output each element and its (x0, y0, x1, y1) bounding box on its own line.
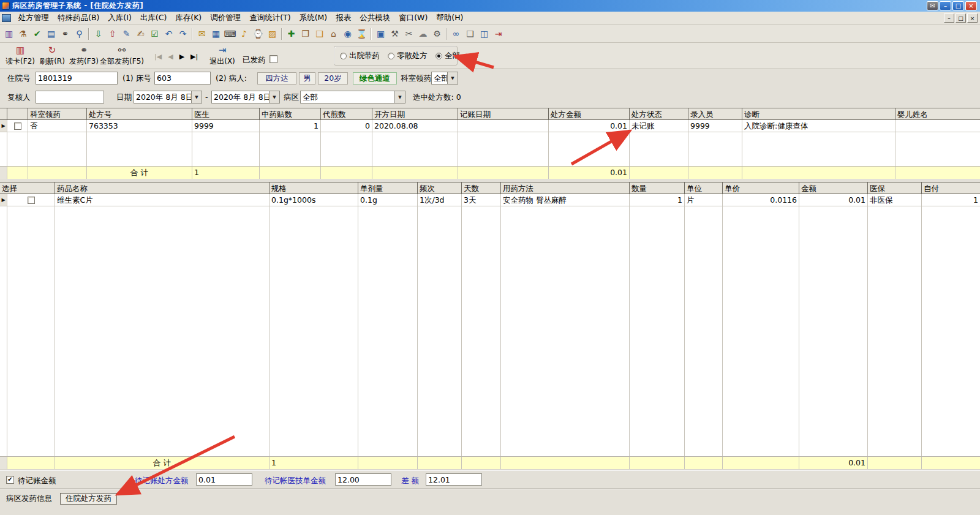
menu-window[interactable]: 窗口(W) (394, 11, 432, 26)
col-rx-date[interactable]: 开方日期 (372, 108, 458, 119)
difference-input[interactable] (426, 473, 482, 486)
menu-stock-out[interactable]: 出库(C) (136, 11, 171, 26)
pending-tech-amount-input[interactable] (335, 473, 391, 486)
report-icon[interactable]: ▦ (209, 27, 223, 41)
exit-button[interactable]: ⇥ 退出(X) (207, 45, 238, 67)
clock-icon[interactable]: ⌚ (251, 27, 265, 41)
chevron-down-icon[interactable] (447, 72, 458, 84)
row-select-checkbox[interactable] (14, 122, 21, 130)
tools-icon[interactable]: ⚒ (388, 27, 402, 41)
read-card-button[interactable]: ▥ 读卡(F2) (5, 45, 36, 67)
settings-icon[interactable]: ⚙ (430, 27, 444, 41)
refresh-button[interactable]: ↻ 刷新(R) (38, 45, 66, 67)
child-restore-button[interactable]: □ (956, 13, 966, 23)
nav-first-button[interactable]: |◀ (154, 53, 162, 61)
date-from-select[interactable]: 2020年 8月 8日 (134, 91, 202, 103)
stock-out-icon[interactable]: ⇧ (105, 27, 119, 41)
nav-last-button[interactable]: ▶| (190, 53, 198, 61)
menu-query-stats[interactable]: 查询统计(T) (245, 11, 295, 26)
tab-inpatient-rx-dispense[interactable]: 住院处方发药 (60, 493, 117, 505)
view-icon[interactable]: ◉ (341, 27, 355, 41)
child-close-button[interactable]: × (967, 13, 978, 23)
col-days[interactable]: 天数 (462, 182, 501, 194)
history-icon[interactable]: ⌛ (355, 27, 369, 41)
approve-icon[interactable]: ✔ (30, 27, 44, 41)
menu-price-adjust[interactable]: 调价管理 (206, 11, 245, 26)
pending-rx-amount-input[interactable] (196, 473, 252, 486)
menu-stock-in[interactable]: 入库(I) (104, 11, 135, 26)
ward-select[interactable]: 全部 (300, 91, 405, 103)
drug-row[interactable]: 维生素C片 0.1g*1000s 0.1g 1次/3d 3天 安全药物 臂丛麻醉… (0, 194, 980, 206)
menu-system[interactable]: 系统(M) (295, 11, 332, 26)
drug-select-checkbox[interactable] (28, 197, 35, 204)
col-baby-name[interactable]: 婴儿姓名 (895, 108, 980, 119)
radio-all[interactable]: 全部 (435, 51, 460, 61)
tab-ward-dispense-info[interactable]: 病区发药信息 (1, 493, 57, 505)
redo-icon[interactable]: ↷ (176, 27, 190, 41)
menu-inventory[interactable]: 库存(K) (171, 11, 206, 26)
bed-no-input[interactable] (154, 72, 211, 85)
flask-icon[interactable]: ⚗ (16, 27, 30, 41)
child-minimize-button[interactable]: – (944, 13, 954, 23)
pharmacy-cross-icon[interactable]: ✚ (284, 27, 298, 41)
menu-reports[interactable]: 报表 (331, 11, 355, 26)
scissors-icon[interactable]: ✂ (402, 27, 416, 41)
nav-next-button[interactable]: ▶ (179, 53, 184, 61)
search-icon[interactable]: ⚲ (72, 27, 86, 41)
child-window-icon[interactable] (2, 14, 11, 22)
col-insurance[interactable]: 医保 (868, 182, 922, 194)
col-doctor[interactable]: 医生 (192, 108, 260, 119)
save-icon[interactable]: ◫ (477, 27, 491, 41)
col-unit[interactable]: 单位 (685, 182, 723, 194)
minimize-button[interactable]: – (940, 1, 951, 10)
dispense-all-button[interactable]: ⚯ 全部发药(F5) (98, 45, 146, 67)
task-list-icon[interactable]: ▤ (44, 27, 58, 41)
date-to-select[interactable]: 2020年 8月 8日 (211, 91, 280, 103)
undo-icon[interactable]: ↶ (162, 27, 176, 41)
col-diagnosis[interactable]: 诊断 (742, 108, 895, 119)
admission-no-input[interactable] (36, 72, 118, 85)
chevron-down-icon[interactable] (191, 91, 202, 103)
col-rx-amount[interactable]: 处方金额 (549, 108, 630, 119)
keyboard-icon[interactable]: ⌨ (223, 27, 237, 41)
col-billing-date[interactable]: 记账日期 (458, 108, 549, 119)
cloud-icon[interactable]: ☁ (416, 27, 430, 41)
bell-icon[interactable]: ♪ (237, 27, 251, 41)
menu-common-modules[interactable]: 公共模块 (355, 11, 394, 26)
col-qty[interactable]: 数量 (630, 182, 685, 194)
col-price[interactable]: 单价 (723, 182, 799, 194)
menu-prescription-mgmt[interactable]: 处方管理 (14, 11, 53, 26)
col-usage[interactable]: 用药方法 (501, 182, 630, 194)
col-drug-name[interactable]: 药品名称 (55, 182, 270, 194)
pending-amount-checkbox[interactable] (6, 476, 14, 484)
radio-loose-prescription[interactable]: 零散处方 (388, 51, 428, 61)
col-self-pay[interactable]: 自付 (922, 182, 980, 194)
doc-new-icon[interactable]: ✎ (119, 27, 134, 41)
doc-check-icon[interactable]: ☑ (148, 27, 162, 41)
col-select[interactable]: 选择 (0, 182, 55, 194)
restore-button[interactable]: □ (952, 1, 964, 10)
chevron-down-icon[interactable] (394, 91, 405, 103)
menu-help[interactable]: 帮助(H) (432, 11, 467, 26)
menu-special-drugs[interactable]: 特殊药品(B) (53, 11, 104, 26)
col-herb-count[interactable]: 中药贴数 (260, 108, 321, 119)
col-dose[interactable]: 单剂量 (358, 182, 418, 194)
package-icon[interactable]: ❒ (298, 27, 312, 41)
col-rx-no[interactable]: 处方号 (87, 108, 192, 119)
folder-icon[interactable]: ❑ (312, 27, 326, 41)
crate-icon[interactable]: ▨ (265, 27, 279, 41)
dispensed-checkbox[interactable] (270, 55, 277, 63)
mail-tool-icon[interactable]: ✉ (195, 27, 209, 41)
doc-sign-icon[interactable]: ✍ (134, 27, 148, 41)
stock-in-icon[interactable]: ⇩ (91, 27, 105, 41)
card-reader-icon[interactable]: ▥ (2, 27, 16, 41)
col-decoct[interactable]: 代煎数 (321, 108, 372, 119)
chevron-down-icon[interactable] (269, 91, 279, 103)
mail-icon[interactable]: ✉ (927, 1, 938, 10)
col-dept[interactable]: 科室领药 (28, 108, 87, 119)
dispense-button[interactable]: ⚭ 发药(F3) (69, 45, 99, 67)
reviewer-input[interactable] (36, 91, 104, 103)
image-icon[interactable]: ▣ (374, 27, 388, 41)
briefcase-icon[interactable]: ⌂ (326, 27, 341, 41)
radio-discharge-meds[interactable]: 出院带药 (340, 51, 380, 61)
